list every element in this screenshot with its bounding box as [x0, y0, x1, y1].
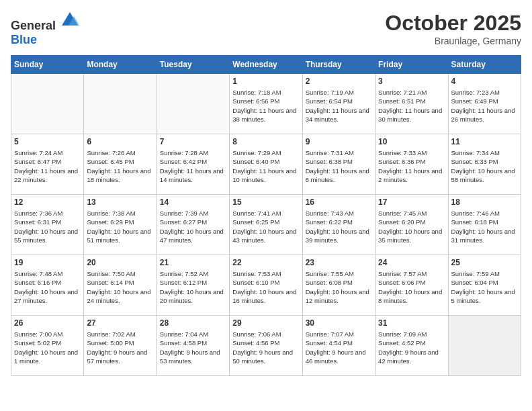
day-info: Sunrise: 7:28 AM Sunset: 6:42 PM Dayligh…	[160, 148, 226, 184]
weekday-header-wednesday: Wednesday	[230, 56, 302, 74]
day-number: 10	[378, 137, 445, 146]
day-info: Sunrise: 7:43 AM Sunset: 6:22 PM Dayligh…	[306, 209, 372, 244]
day-info: Sunrise: 7:57 AM Sunset: 6:06 PM Dayligh…	[378, 269, 445, 305]
calendar-cell	[11, 74, 84, 134]
day-number: 17	[378, 197, 445, 207]
day-info: Sunrise: 7:07 AM Sunset: 4:54 PM Dayligh…	[306, 330, 372, 365]
calendar-cell: 30Sunrise: 7:07 AM Sunset: 4:54 PM Dayli…	[302, 316, 375, 376]
week-row-5: 26Sunrise: 7:00 AM Sunset: 5:02 PM Dayli…	[11, 316, 521, 376]
calendar-cell: 20Sunrise: 7:50 AM Sunset: 6:14 PM Dayli…	[84, 255, 157, 316]
calendar-cell: 23Sunrise: 7:55 AM Sunset: 6:08 PM Dayli…	[302, 255, 375, 316]
day-number: 12	[14, 197, 81, 207]
week-row-2: 5Sunrise: 7:24 AM Sunset: 6:47 PM Daylig…	[11, 134, 521, 195]
calendar-table: SundayMondayTuesdayWednesdayThursdayFrid…	[11, 55, 521, 376]
logo-general: General	[11, 19, 56, 32]
calendar-cell: 29Sunrise: 7:06 AM Sunset: 4:56 PM Dayli…	[230, 316, 302, 376]
day-info: Sunrise: 7:00 AM Sunset: 5:02 PM Dayligh…	[14, 330, 81, 365]
week-row-1: 1Sunrise: 7:18 AM Sunset: 6:56 PM Daylig…	[11, 74, 521, 134]
calendar-cell: 6Sunrise: 7:26 AM Sunset: 6:45 PM Daylig…	[84, 134, 157, 195]
calendar-cell: 7Sunrise: 7:28 AM Sunset: 6:42 PM Daylig…	[157, 134, 229, 195]
day-info: Sunrise: 7:29 AM Sunset: 6:40 PM Dayligh…	[232, 148, 299, 184]
calendar-cell: 2Sunrise: 7:19 AM Sunset: 6:54 PM Daylig…	[302, 74, 375, 134]
calendar-cell: 12Sunrise: 7:36 AM Sunset: 6:31 PM Dayli…	[11, 195, 84, 255]
day-info: Sunrise: 7:48 AM Sunset: 6:16 PM Dayligh…	[14, 269, 81, 305]
day-info: Sunrise: 7:26 AM Sunset: 6:45 PM Dayligh…	[87, 148, 153, 184]
calendar-cell: 8Sunrise: 7:29 AM Sunset: 6:40 PM Daylig…	[230, 134, 302, 195]
calendar-cell: 4Sunrise: 7:23 AM Sunset: 6:49 PM Daylig…	[448, 74, 521, 134]
day-info: Sunrise: 7:39 AM Sunset: 6:27 PM Dayligh…	[160, 209, 226, 244]
weekday-header-row: SundayMondayTuesdayWednesdayThursdayFrid…	[11, 56, 521, 74]
weekday-header-friday: Friday	[375, 56, 448, 74]
logo-icon	[60, 11, 79, 30]
logo: General Blue	[11, 11, 79, 47]
calendar-cell: 13Sunrise: 7:38 AM Sunset: 6:29 PM Dayli…	[84, 195, 157, 255]
day-info: Sunrise: 7:24 AM Sunset: 6:47 PM Dayligh…	[14, 148, 81, 184]
calendar-cell: 17Sunrise: 7:45 AM Sunset: 6:20 PM Dayli…	[375, 195, 448, 255]
calendar-cell: 5Sunrise: 7:24 AM Sunset: 6:47 PM Daylig…	[11, 134, 84, 195]
day-number: 31	[378, 318, 445, 328]
day-info: Sunrise: 7:23 AM Sunset: 6:49 PM Dayligh…	[451, 88, 518, 124]
day-number: 3	[378, 77, 445, 86]
day-info: Sunrise: 7:53 AM Sunset: 6:10 PM Dayligh…	[232, 269, 299, 305]
logo-text: General Blue	[11, 11, 79, 47]
calendar-cell: 25Sunrise: 7:59 AM Sunset: 6:04 PM Dayli…	[448, 255, 521, 316]
day-info: Sunrise: 7:59 AM Sunset: 6:04 PM Dayligh…	[451, 269, 518, 305]
day-number: 25	[451, 258, 518, 267]
day-number: 22	[232, 258, 299, 267]
day-number: 6	[87, 137, 153, 146]
calendar-cell: 9Sunrise: 7:31 AM Sunset: 6:38 PM Daylig…	[302, 134, 375, 195]
day-info: Sunrise: 7:38 AM Sunset: 6:29 PM Dayligh…	[87, 209, 153, 244]
title-block: October 2025 Braunlage, Germany	[385, 11, 521, 46]
logo-blue: Blue	[11, 33, 37, 46]
calendar-cell	[84, 74, 157, 134]
day-number: 29	[232, 318, 299, 328]
calendar-cell: 16Sunrise: 7:43 AM Sunset: 6:22 PM Dayli…	[302, 195, 375, 255]
day-info: Sunrise: 7:41 AM Sunset: 6:25 PM Dayligh…	[232, 209, 299, 244]
calendar-cell: 21Sunrise: 7:52 AM Sunset: 6:12 PM Dayli…	[157, 255, 229, 316]
day-info: Sunrise: 7:02 AM Sunset: 5:00 PM Dayligh…	[87, 330, 153, 365]
day-info: Sunrise: 7:19 AM Sunset: 6:54 PM Dayligh…	[306, 88, 372, 124]
day-info: Sunrise: 7:21 AM Sunset: 6:51 PM Dayligh…	[378, 88, 445, 124]
day-info: Sunrise: 7:52 AM Sunset: 6:12 PM Dayligh…	[160, 269, 226, 305]
day-info: Sunrise: 7:06 AM Sunset: 4:56 PM Dayligh…	[232, 330, 299, 365]
calendar-cell: 3Sunrise: 7:21 AM Sunset: 6:51 PM Daylig…	[375, 74, 448, 134]
calendar-title: October 2025	[385, 11, 521, 36]
calendar-cell: 18Sunrise: 7:46 AM Sunset: 6:18 PM Dayli…	[448, 195, 521, 255]
day-number: 16	[306, 197, 372, 207]
day-info: Sunrise: 7:31 AM Sunset: 6:38 PM Dayligh…	[306, 148, 372, 184]
calendar-cell	[157, 74, 229, 134]
calendar-cell	[448, 316, 521, 376]
day-number: 18	[451, 197, 518, 207]
day-number: 21	[160, 258, 226, 267]
day-number: 5	[14, 137, 81, 146]
calendar-cell: 26Sunrise: 7:00 AM Sunset: 5:02 PM Dayli…	[11, 316, 84, 376]
calendar-subtitle: Braunlage, Germany	[385, 36, 521, 46]
day-number: 28	[160, 318, 226, 328]
day-info: Sunrise: 7:09 AM Sunset: 4:52 PM Dayligh…	[378, 330, 445, 365]
calendar-cell: 19Sunrise: 7:48 AM Sunset: 6:16 PM Dayli…	[11, 255, 84, 316]
day-info: Sunrise: 7:50 AM Sunset: 6:14 PM Dayligh…	[87, 269, 153, 305]
day-number: 19	[14, 258, 81, 267]
day-info: Sunrise: 7:18 AM Sunset: 6:56 PM Dayligh…	[232, 88, 299, 124]
week-row-4: 19Sunrise: 7:48 AM Sunset: 6:16 PM Dayli…	[11, 255, 521, 316]
day-number: 4	[451, 77, 518, 86]
calendar-cell: 22Sunrise: 7:53 AM Sunset: 6:10 PM Dayli…	[230, 255, 302, 316]
weekday-header-thursday: Thursday	[302, 56, 375, 74]
day-number: 7	[160, 137, 226, 146]
week-row-3: 12Sunrise: 7:36 AM Sunset: 6:31 PM Dayli…	[11, 195, 521, 255]
day-number: 20	[87, 258, 153, 267]
day-number: 2	[306, 77, 372, 86]
calendar-cell: 15Sunrise: 7:41 AM Sunset: 6:25 PM Dayli…	[230, 195, 302, 255]
day-info: Sunrise: 7:55 AM Sunset: 6:08 PM Dayligh…	[306, 269, 372, 305]
calendar-cell: 1Sunrise: 7:18 AM Sunset: 6:56 PM Daylig…	[230, 74, 302, 134]
weekday-header-saturday: Saturday	[448, 56, 521, 74]
day-number: 23	[306, 258, 372, 267]
day-number: 8	[232, 137, 299, 146]
day-number: 15	[232, 197, 299, 207]
day-info: Sunrise: 7:04 AM Sunset: 4:58 PM Dayligh…	[160, 330, 226, 365]
day-info: Sunrise: 7:45 AM Sunset: 6:20 PM Dayligh…	[378, 209, 445, 244]
calendar-cell: 10Sunrise: 7:33 AM Sunset: 6:36 PM Dayli…	[375, 134, 448, 195]
day-info: Sunrise: 7:33 AM Sunset: 6:36 PM Dayligh…	[378, 148, 445, 184]
page-header: General Blue October 2025 Braunlage, Ger…	[11, 11, 521, 47]
day-number: 24	[378, 258, 445, 267]
